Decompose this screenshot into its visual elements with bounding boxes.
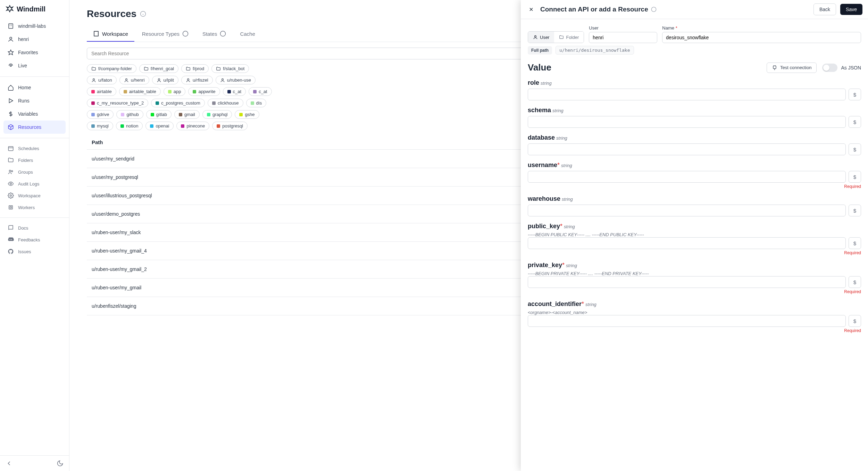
path-link[interactable]: u/user/demo_postgres	[92, 211, 594, 217]
theme-icon[interactable]	[57, 460, 64, 467]
user-input[interactable]	[589, 32, 657, 43]
as-json-toggle[interactable]	[822, 64, 837, 72]
warehouse-input[interactable]	[528, 205, 846, 216]
collapse-icon[interactable]	[6, 460, 12, 467]
sidebar-item-label: windmill-labs	[18, 23, 46, 29]
sidebar-feedbacks[interactable]: Feedbacks	[3, 234, 66, 246]
path-link[interactable]: u/ruben-user/my_gmail_2	[92, 266, 594, 272]
path-link[interactable]: u/rubenfiszel/staging	[92, 303, 594, 309]
test-connection-button[interactable]: Test connection	[767, 63, 817, 73]
tab-cache[interactable]: Cache	[234, 26, 261, 42]
filter-chip[interactable]: mysql	[87, 122, 113, 130]
variable-picker-button[interactable]: $	[849, 315, 861, 327]
sidebar-live[interactable]: Live	[3, 59, 66, 72]
sidebar-user[interactable]: henri	[3, 33, 66, 46]
building-icon	[8, 23, 14, 29]
user-icon	[186, 78, 191, 83]
account_identifier-input[interactable]	[528, 315, 846, 327]
public_key-input[interactable]	[528, 237, 846, 249]
path-link[interactable]: u/user/my_postgresql	[92, 174, 594, 180]
filter-chip[interactable]: gshe	[235, 110, 259, 119]
sidebar-item-label: Workers	[18, 205, 35, 210]
tab-workspace[interactable]: Workspace	[87, 26, 134, 42]
private_key-input[interactable]	[528, 276, 846, 288]
filter-chip[interactable]: airtable_table	[119, 87, 161, 96]
filter-chip[interactable]: app	[164, 87, 186, 96]
filter-chip[interactable]: gitlab	[146, 110, 172, 119]
scope-folder[interactable]: Folder	[554, 32, 584, 43]
filter-chip[interactable]: github	[116, 110, 143, 119]
close-button[interactable]	[526, 5, 536, 14]
filter-chip[interactable]: c_my_resource_type_2	[87, 99, 148, 107]
filter-chip[interactable]: appwrite	[188, 87, 220, 96]
path-link[interactable]: u/ruben-user/my_slack	[92, 230, 594, 235]
variable-picker-button[interactable]: $	[849, 276, 861, 288]
variable-picker-button[interactable]: $	[849, 205, 861, 216]
star-icon	[8, 49, 14, 56]
filter-chip[interactable]: u/henri	[119, 76, 149, 84]
save-button[interactable]: Save	[840, 4, 862, 15]
filter-chip[interactable]: f/henri_gcal	[139, 64, 178, 73]
info-icon[interactable]	[140, 11, 146, 17]
sidebar-workspace[interactable]: windmill-labs	[3, 19, 66, 33]
filter-chip[interactable]: u/faton	[87, 76, 117, 84]
path-link[interactable]: u/ruben-user/my_gmail	[92, 285, 594, 290]
filter-chip[interactable]: gmail	[174, 110, 200, 119]
chip-label: dis	[256, 100, 262, 106]
variable-picker-button[interactable]: $	[849, 171, 861, 183]
scope-user[interactable]: User	[528, 32, 554, 43]
path-link[interactable]: u/ruben-user/my_gmail_4	[92, 248, 594, 254]
sidebar-groups[interactable]: Groups	[3, 166, 66, 178]
sidebar-schedules[interactable]: Schedules	[3, 142, 66, 154]
name-input[interactable]	[662, 32, 861, 43]
filter-chip[interactable]: c_at	[223, 87, 246, 96]
filter-chip[interactable]: dis	[246, 99, 267, 107]
info-icon[interactable]	[651, 7, 657, 12]
filter-chip[interactable]: c_postgres_custom	[151, 99, 205, 107]
sidebar-favorites[interactable]: Favorites	[3, 46, 66, 59]
filter-chip[interactable]: u/lplit	[152, 76, 178, 84]
app-logo[interactable]: Windmill	[0, 0, 69, 18]
filter-chip[interactable]: u/ruben-use	[216, 76, 256, 84]
sidebar-docs[interactable]: Docs	[3, 222, 66, 234]
filter-chip[interactable]: clickhouse	[208, 99, 243, 107]
filter-chip[interactable]: f/slack_bot	[211, 64, 249, 73]
sidebar-runs[interactable]: Runs	[3, 94, 66, 107]
filter-chip[interactable]: notion	[116, 122, 143, 130]
variable-picker-button[interactable]: $	[849, 89, 861, 100]
sidebar-resources[interactable]: Resources	[3, 121, 66, 134]
filter-chip[interactable]: u/rfiszel	[181, 76, 213, 84]
filter-chip[interactable]: airtable	[87, 87, 116, 96]
tab-states[interactable]: States	[196, 26, 233, 42]
sidebar-home[interactable]: Home	[3, 81, 66, 94]
sidebar-variables[interactable]: Variables	[3, 107, 66, 121]
variable-picker-button[interactable]: $	[849, 237, 861, 249]
sidebar-issues[interactable]: Issues	[3, 246, 66, 257]
role-input[interactable]	[528, 89, 846, 100]
variable-picker-button[interactable]: $	[849, 143, 861, 155]
chip-label: u/rfiszel	[193, 77, 208, 83]
svg-point-12	[9, 170, 11, 172]
filter-chip[interactable]: pinecone	[176, 122, 209, 130]
path-link[interactable]: u/user/illustrious_postgresql	[92, 193, 594, 198]
sidebar-ws-settings[interactable]: Workspace	[3, 190, 66, 201]
required-tag: Required	[528, 289, 861, 294]
filter-chip[interactable]: f/company-folder	[87, 64, 136, 73]
filter-chip[interactable]: f/prod	[181, 64, 209, 73]
svg-point-28	[187, 78, 189, 80]
database-input[interactable]	[528, 143, 846, 155]
tab-resource-types[interactable]: Resource Types	[136, 26, 195, 42]
filter-chip[interactable]: c_at	[249, 87, 272, 96]
filter-chip[interactable]: openai	[145, 122, 174, 130]
sidebar-audit[interactable]: Audit Logs	[3, 178, 66, 190]
sidebar-workers[interactable]: Workers	[3, 201, 66, 213]
schema-input[interactable]	[528, 116, 846, 128]
variable-picker-button[interactable]: $	[849, 116, 861, 128]
sidebar-folders[interactable]: Folders	[3, 154, 66, 166]
back-button[interactable]: Back	[813, 3, 836, 15]
username-input[interactable]	[528, 171, 846, 183]
filter-chip[interactable]: gdrive	[87, 110, 114, 119]
filter-chip[interactable]: postgresql	[212, 122, 248, 130]
filter-chip[interactable]: graphql	[202, 110, 232, 119]
path-link[interactable]: u/user/my_sendgrid	[92, 156, 594, 162]
